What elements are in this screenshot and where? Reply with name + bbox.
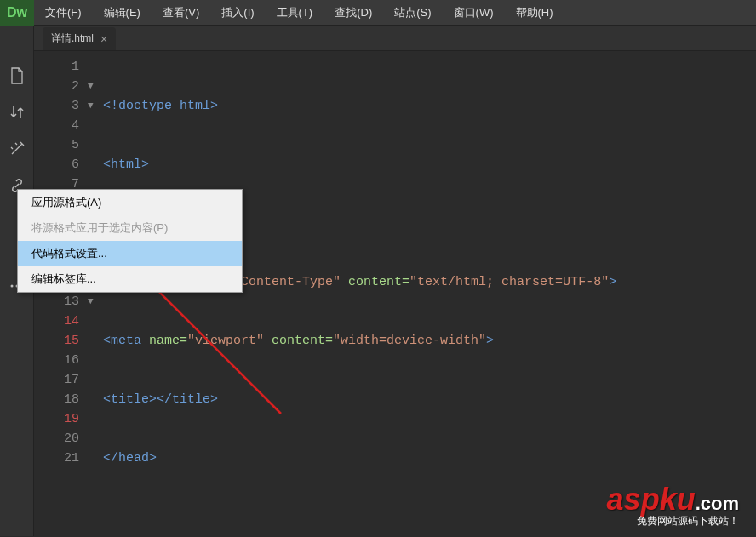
line-number: 6 (47, 155, 79, 174)
menu-find[interactable]: 查找(D) (324, 0, 383, 26)
line-number: 19 (47, 409, 79, 429)
context-menu: 应用源格式(A) 将源格式应用于选定内容(P) 代码格式设置... 编辑标签库.… (17, 189, 243, 293)
line-number: 2 (47, 77, 79, 96)
fold-column: ▼ ▼ ▼ ▼ (88, 54, 103, 537)
line-number: 14 (47, 311, 79, 331)
line-number: 16 (47, 351, 79, 370)
tab-close-icon[interactable]: × (100, 32, 107, 46)
code-editor[interactable]: 1 2 3 4 5 6 7 8 9 10 11 12 13 14 15 16 1… (47, 54, 756, 537)
ctx-code-format-settings[interactable]: 代码格式设置... (18, 241, 242, 266)
tool-wand-icon[interactable] (5, 137, 29, 161)
line-number: 13 (47, 292, 79, 311)
ctx-edit-tag-library[interactable]: 编辑标签库... (18, 266, 242, 292)
tab-label: 详情.html (51, 31, 94, 46)
menu-insert[interactable]: 插入(I) (210, 0, 265, 26)
fold-marker[interactable]: ▼ (88, 96, 103, 116)
line-number: 1 (47, 57, 79, 77)
menu-help[interactable]: 帮助(H) (505, 0, 564, 26)
menu-edit[interactable]: 编辑(E) (93, 0, 152, 26)
menu-bar: Dw 文件(F) 编辑(E) 查看(V) 插入(I) 工具(T) 查找(D) 站… (0, 0, 756, 26)
line-number: 4 (47, 116, 79, 135)
watermark: aspku.com 免费网站源码下载站！ (607, 482, 739, 528)
menu-tools[interactable]: 工具(T) (266, 0, 324, 26)
ctx-apply-to-selection: 将源格式应用于选定内容(P) (18, 215, 242, 241)
fold-marker[interactable]: ▼ (88, 292, 103, 311)
tab-bar: 详情.html × (34, 26, 756, 51)
menu-site[interactable]: 站点(S) (383, 0, 442, 26)
line-number: 18 (47, 390, 79, 409)
fold-marker[interactable]: ▼ (88, 77, 103, 96)
line-number: 5 (47, 135, 79, 155)
menu-file[interactable]: 文件(F) (34, 0, 93, 26)
tool-file-icon[interactable] (5, 64, 29, 88)
svg-point-0 (10, 285, 13, 288)
line-number: 21 (47, 448, 79, 468)
file-tab[interactable]: 详情.html × (43, 27, 116, 50)
tool-swap-icon[interactable] (5, 100, 29, 124)
line-number: 3 (47, 96, 79, 116)
menu-view[interactable]: 查看(V) (152, 0, 210, 26)
code-area[interactable]: <!doctype html> <html> <head> <meta http… (103, 54, 756, 537)
line-gutter: 1 2 3 4 5 6 7 8 9 10 11 12 13 14 15 16 1… (47, 54, 88, 537)
menu-window[interactable]: 窗口(W) (443, 0, 505, 26)
ctx-apply-source-format[interactable]: 应用源格式(A) (18, 190, 242, 215)
line-number: 17 (47, 370, 79, 390)
line-number: 20 (47, 429, 79, 448)
line-number: 15 (47, 331, 79, 351)
app-logo: Dw (0, 0, 34, 26)
